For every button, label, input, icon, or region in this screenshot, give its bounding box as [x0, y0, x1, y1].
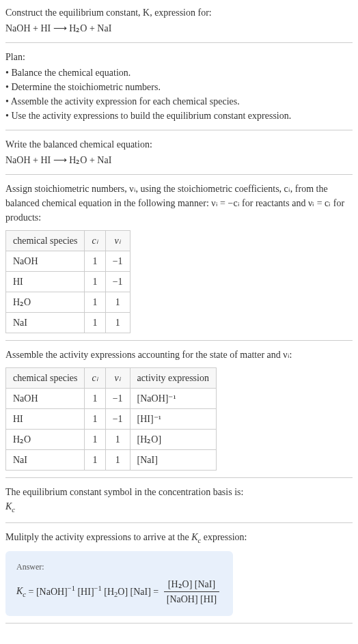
th-species: chemical species [6, 368, 85, 389]
answer-lhs: = [NaOH]−1 [HI]−1 [H2O] [NaI] = [26, 583, 161, 600]
cell-vi: 1 [105, 313, 130, 333]
cell-species: NaI [6, 313, 85, 333]
cell-activity: [NaOH]⁻¹ [130, 389, 216, 409]
answer-fraction: [H₂O] [NaI] [NaOH] [HI] [164, 577, 219, 606]
plan-item: • Determine the stoichiometric numbers. [5, 80, 353, 94]
stoich-section: Assign stoichiometric numbers, νᵢ, using… [5, 175, 353, 341]
cell-vi: −1 [105, 272, 130, 292]
kc-inline: Kc [191, 532, 201, 542]
cell-species: NaI [6, 450, 85, 471]
cell-vi: 1 [105, 292, 130, 313]
th-ci: cᵢ [85, 368, 105, 389]
cell-species: H₂O [6, 430, 85, 450]
table-header-row: chemical species cᵢ νᵢ activity expressi… [6, 368, 217, 389]
cell-species: NaOH [6, 389, 85, 409]
cell-vi: 1 [105, 430, 130, 450]
cell-species: NaOH [6, 251, 85, 272]
plan-item: • Balance the chemical equation. [5, 66, 353, 80]
cell-vi: −1 [105, 389, 130, 409]
activity-title: Assemble the activity expressions accoun… [5, 348, 353, 362]
cell-ci: 1 [85, 313, 105, 333]
answer-box: Answer: Kc = [NaOH]−1 [HI]−1 [H2O] [NaI]… [5, 551, 233, 616]
table-row: NaOH 1 −1 [6, 251, 130, 272]
cell-ci: 1 [85, 389, 105, 409]
cell-ci: 1 [85, 251, 105, 272]
kc-lhs-symbol: Kc [16, 584, 26, 600]
table-row: H₂O 1 1 [H₂O] [6, 430, 217, 450]
th-activity: activity expression [130, 368, 216, 389]
table-row: NaI 1 1 [6, 313, 130, 333]
cell-species: H₂O [6, 292, 85, 313]
cell-vi: 1 [105, 450, 130, 471]
table-header-row: chemical species cᵢ νᵢ [6, 231, 130, 251]
kc-symbol: Kc [5, 501, 15, 512]
symbol-section: The equilibrium constant symbol in the c… [5, 478, 353, 523]
cell-activity: [NaI] [130, 450, 216, 471]
plan-item: • Use the activity expressions to build … [5, 109, 353, 123]
intro-prompt: Construct the equilibrium constant, K, e… [5, 5, 353, 20]
cell-ci: 1 [85, 430, 105, 450]
multiply-title: Mulitply the activity expressions to arr… [5, 530, 353, 546]
table-row: NaOH 1 −1 [NaOH]⁻¹ [6, 389, 217, 409]
cell-ci: 1 [85, 292, 105, 313]
cell-activity: [H₂O] [130, 430, 216, 450]
cell-ci: 1 [85, 450, 105, 471]
cell-ci: 1 [85, 409, 105, 430]
th-vi: νᵢ [105, 231, 130, 251]
answer-denominator: [NaOH] [HI] [164, 592, 219, 606]
plan-item: • Assemble the activity expression for e… [5, 94, 353, 109]
table-row: H₂O 1 1 [6, 292, 130, 313]
th-vi: νᵢ [105, 368, 130, 389]
intro-equation: NaOH + HI ⟶ H₂O + NaI [5, 21, 353, 36]
symbol-value: Kc [5, 499, 353, 516]
table-row: NaI 1 1 [NaI] [6, 450, 217, 471]
cell-species: HI [6, 409, 85, 430]
cell-vi: −1 [105, 251, 130, 272]
plan-section: Plan: • Balance the chemical equation. •… [5, 43, 353, 130]
multiply-section: Mulitply the activity expressions to arr… [5, 523, 353, 624]
plan-title: Plan: [5, 50, 353, 64]
intro-section: Construct the equilibrium constant, K, e… [5, 5, 353, 43]
stoich-table: chemical species cᵢ νᵢ NaOH 1 −1 HI 1 −1… [5, 230, 130, 333]
activity-section: Assemble the activity expressions accoun… [5, 341, 353, 478]
th-species: chemical species [6, 231, 85, 251]
th-ci: cᵢ [85, 231, 105, 251]
plan-list: • Balance the chemical equation. • Deter… [5, 66, 353, 123]
cell-ci: 1 [85, 272, 105, 292]
balance-title: Write the balanced chemical equation: [5, 137, 353, 152]
answer-expression: Kc = [NaOH]−1 [HI]−1 [H2O] [NaI] = [H₂O]… [16, 577, 222, 606]
cell-species: HI [6, 272, 85, 292]
multiply-text-a: Mulitply the activity expressions to arr… [5, 532, 191, 542]
multiply-text-b: expression: [201, 532, 247, 542]
activity-table: chemical species cᵢ νᵢ activity expressi… [5, 367, 217, 471]
table-row: HI 1 −1 [6, 272, 130, 292]
balance-section: Write the balanced chemical equation: Na… [5, 130, 353, 175]
stoich-intro: Assign stoichiometric numbers, νᵢ, using… [5, 182, 353, 225]
cell-activity: [HI]⁻¹ [130, 409, 216, 430]
table-row: HI 1 −1 [HI]⁻¹ [6, 409, 217, 430]
answer-numerator: [H₂O] [NaI] [164, 577, 219, 592]
cell-vi: −1 [105, 409, 130, 430]
balance-equation: NaOH + HI ⟶ H₂O + NaI [5, 153, 353, 167]
answer-label: Answer: [16, 561, 222, 573]
symbol-title: The equilibrium constant symbol in the c… [5, 485, 353, 499]
